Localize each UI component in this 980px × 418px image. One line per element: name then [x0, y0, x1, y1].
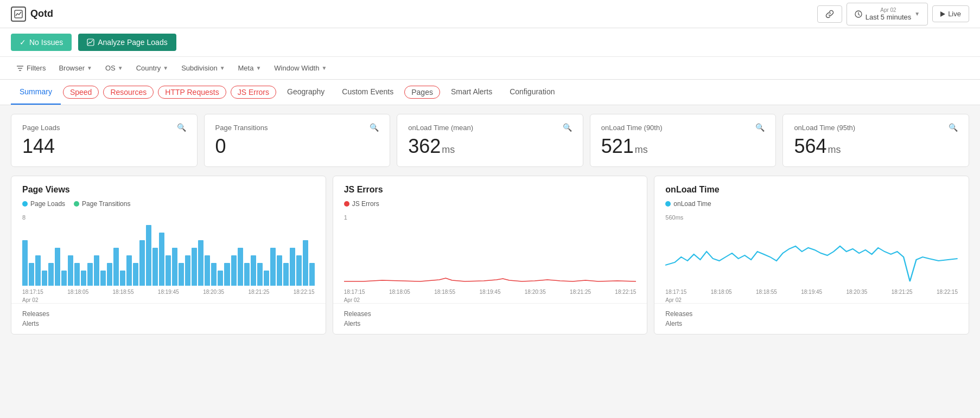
bar-item	[257, 263, 263, 286]
bar-item	[172, 248, 177, 286]
window-width-caret: ▼	[321, 65, 327, 71]
live-button[interactable]: Live	[932, 5, 969, 22]
metric-page-loads-value: 144	[22, 135, 186, 158]
page-views-releases[interactable]: Releases	[22, 309, 315, 319]
browser-filter[interactable]: Browser ▼	[53, 61, 98, 75]
check-icon: ✓	[20, 38, 26, 47]
onload-mean-zoom-icon[interactable]: 🔍	[563, 123, 572, 132]
legend-js-errors-dot	[344, 201, 349, 207]
tab-js-errors[interactable]: JS Errors	[231, 86, 276, 99]
browser-caret: ▼	[87, 65, 92, 71]
legend-page-loads-label: Page Loads	[30, 200, 65, 208]
page-loads-zoom-icon[interactable]: 🔍	[177, 123, 186, 132]
metric-onload-95th-title: onLoad Time (95th) 🔍	[794, 123, 958, 132]
bar-item	[198, 240, 203, 286]
bar-item	[68, 255, 73, 286]
metric-page-loads-title: Page Loads 🔍	[22, 123, 186, 132]
subdivision-filter[interactable]: Subdivision ▼	[176, 61, 230, 75]
page-views-y-label: 8	[11, 214, 326, 221]
meta-filter[interactable]: Meta ▼	[233, 61, 267, 75]
tab-summary[interactable]: Summary	[11, 80, 61, 105]
tab-smart-alerts[interactable]: Smart Alerts	[442, 80, 501, 105]
tab-http-requests[interactable]: HTTP Requests	[158, 86, 226, 99]
time-label: Last 5 minutes	[866, 13, 912, 21]
js-errors-title: JS Errors	[344, 185, 637, 195]
bar-item	[126, 255, 132, 286]
bar-item	[166, 255, 171, 286]
legend-onload-time-dot	[665, 201, 671, 207]
onload-time-title: onLoad Time	[665, 185, 958, 195]
onload-95th-zoom-icon[interactable]: 🔍	[949, 123, 958, 132]
bar-item	[303, 240, 308, 286]
bar-item	[218, 271, 223, 286]
onload-time-alerts[interactable]: Alerts	[665, 319, 958, 329]
js-errors-releases[interactable]: Releases	[344, 309, 637, 319]
country-caret: ▼	[163, 65, 168, 71]
tab-resources[interactable]: Resources	[103, 86, 154, 99]
bar-item	[61, 271, 67, 286]
onload-time-releases[interactable]: Releases	[665, 309, 958, 319]
bar-item	[290, 248, 295, 286]
link-icon	[825, 10, 834, 18]
no-issues-button[interactable]: ✓ No Issues	[11, 34, 72, 51]
window-width-filter[interactable]: Window Width ▼	[269, 61, 332, 75]
legend-page-loads-dot	[22, 201, 28, 207]
onload-time-y-label: 560ms	[654, 214, 969, 221]
time-date: Apr 02	[866, 7, 912, 13]
subdivision-label: Subdivision	[181, 64, 218, 72]
js-errors-body	[333, 222, 647, 287]
onload-time-svg	[665, 222, 958, 287]
tab-bar: Summary Speed Resources HTTP Requests JS…	[0, 80, 980, 105]
onload-90th-zoom-icon[interactable]: 🔍	[755, 123, 765, 132]
page-transitions-zoom-icon[interactable]: 🔍	[370, 123, 379, 132]
os-caret: ▼	[118, 65, 123, 71]
time-range-button[interactable]: Apr 02 Last 5 minutes ▼	[847, 3, 928, 25]
page-views-header: Page Views Page Loads Page Transitions	[11, 176, 326, 214]
subdivision-caret: ▼	[220, 65, 225, 71]
bar-item	[211, 263, 217, 286]
metric-page-transitions-value: 0	[215, 135, 379, 158]
metric-onload-mean: onLoad Time (mean) 🔍 362ms	[397, 114, 583, 167]
bar-item	[133, 263, 138, 286]
bar-item	[87, 263, 93, 286]
country-label: Country	[136, 64, 161, 72]
tab-configuration[interactable]: Configuration	[501, 80, 563, 105]
analyze-label: Analyze Page Loads	[98, 38, 167, 47]
js-errors-y-label: 1	[333, 214, 647, 221]
bar-item	[264, 271, 269, 286]
metric-onload-90th-title: onLoad Time (90th) 🔍	[601, 123, 765, 132]
bar-item	[205, 255, 210, 286]
analyze-page-loads-button[interactable]: Analyze Page Loads	[78, 34, 176, 51]
bar-item	[251, 255, 256, 286]
tab-geography[interactable]: Geography	[278, 80, 333, 105]
legend-page-loads: Page Loads	[22, 200, 65, 208]
os-label: OS	[105, 64, 116, 72]
bar-item	[277, 255, 282, 286]
legend-onload-time-label: onLoad Time	[673, 200, 711, 208]
page-views-alerts[interactable]: Alerts	[22, 319, 315, 329]
bar-item	[231, 255, 237, 286]
bar-item	[94, 255, 99, 286]
os-filter[interactable]: OS ▼	[100, 61, 129, 75]
header-right: Apr 02 Last 5 minutes ▼ Live	[817, 3, 969, 25]
tab-pages[interactable]: Pages	[404, 86, 440, 99]
tab-speed[interactable]: Speed	[63, 86, 99, 99]
page-views-title: Page Views	[22, 185, 315, 195]
bar-item	[120, 271, 125, 286]
onload-time-x-labels: 18:17:15 18:18:05 18:18:55 18:19:45 18:2…	[654, 287, 969, 297]
metric-onload-90th: onLoad Time (90th) 🔍 521ms	[590, 114, 777, 167]
onload-time-legend: onLoad Time	[665, 200, 958, 208]
filters-button[interactable]: Filters	[11, 61, 51, 75]
js-errors-alerts[interactable]: Alerts	[344, 319, 637, 329]
country-filter[interactable]: Country ▼	[131, 61, 174, 75]
page-views-x-labels: 18:17:15 18:18:05 18:18:55 18:19:45 18:2…	[11, 287, 326, 297]
bar-item	[100, 271, 106, 286]
bar-item	[107, 263, 112, 286]
bar-item	[283, 263, 289, 286]
tab-custom-events[interactable]: Custom Events	[333, 80, 402, 105]
clock-icon	[855, 10, 862, 18]
metric-onload-mean-title: onLoad Time (mean) 🔍	[408, 123, 572, 132]
charts-area: Page Views Page Loads Page Transitions 8…	[0, 176, 980, 343]
link-button[interactable]	[817, 5, 842, 23]
js-errors-x-date: Apr 02	[333, 297, 647, 303]
